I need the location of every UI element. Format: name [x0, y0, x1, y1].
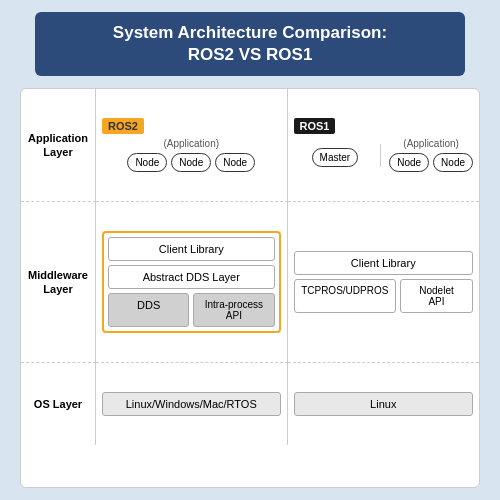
ros1-os-cell: Linux [288, 363, 480, 445]
ros1-os-box: Linux [294, 392, 474, 416]
ros1-master: Master [312, 148, 359, 167]
application-layer-label: ApplicationLayer [21, 89, 96, 202]
ros2-middleware-box: Client Library Abstract DDS Layer DDS In… [102, 231, 281, 333]
ros2-label: ROS2 [102, 118, 144, 134]
ros2-node-3: Node [215, 153, 255, 172]
os-layer-label: OS Layer [21, 363, 96, 445]
ros2-intra-process: Intra-processAPI [193, 293, 274, 327]
ros2-client-library: Client Library [108, 237, 275, 261]
ros1-tcpros-row: TCPROS/UDPROS NodeletAPI [294, 279, 474, 313]
ros2-app-label: (Application) [163, 138, 219, 149]
ros2-abstract-dds: Abstract DDS Layer [108, 265, 275, 289]
ros2-nodes-row: Node Node Node [127, 153, 255, 172]
ros2-node-1: Node [127, 153, 167, 172]
title-box: System Architecture Comparison: ROS2 VS … [35, 12, 465, 76]
ros1-client-library: Client Library [294, 251, 474, 275]
ros2-dds-box: DDS [108, 293, 189, 327]
ros1-app-cell: ROS1 Master (Application) Node Node [288, 89, 480, 202]
ros1-nodes-section: (Application) Node Node [385, 138, 473, 172]
ros2-dds-row: DDS Intra-processAPI [108, 293, 275, 327]
ros1-middleware-cell: Client Library TCPROS/UDPROS NodeletAPI [288, 202, 480, 363]
ros1-node-1: Node [389, 153, 429, 172]
ros1-nodes-row: Node Node [389, 153, 473, 172]
ros1-label: ROS1 [294, 118, 336, 134]
ros2-os-box: Linux/Windows/Mac/RTOS [102, 392, 281, 416]
ros2-app-cell: ROS2 (Application) Node Node Node [96, 89, 288, 202]
ros2-node-2: Node [171, 153, 211, 172]
middleware-layer-label: MiddlewareLayer [21, 202, 96, 363]
ros2-middleware-cell: Client Library Abstract DDS Layer DDS In… [96, 202, 288, 363]
ros1-app-nodes: Master (Application) Node Node [294, 138, 474, 172]
title-text: System Architecture Comparison: ROS2 VS … [55, 22, 445, 66]
ros1-app-label-right: (Application) [403, 138, 459, 149]
ros1-middleware-content: Client Library TCPROS/UDPROS NodeletAPI [294, 251, 474, 313]
ros1-tcpros: TCPROS/UDPROS [294, 279, 397, 313]
ros1-nodelet: NodeletAPI [400, 279, 473, 313]
ros2-os-cell: Linux/Windows/Mac/RTOS [96, 363, 288, 445]
main-content: ApplicationLayer ROS2 (Application) Node… [20, 88, 480, 488]
page-wrapper: System Architecture Comparison: ROS2 VS … [0, 0, 500, 500]
ros1-node-2: Node [433, 153, 473, 172]
ros1-master-section: Master [294, 144, 382, 167]
